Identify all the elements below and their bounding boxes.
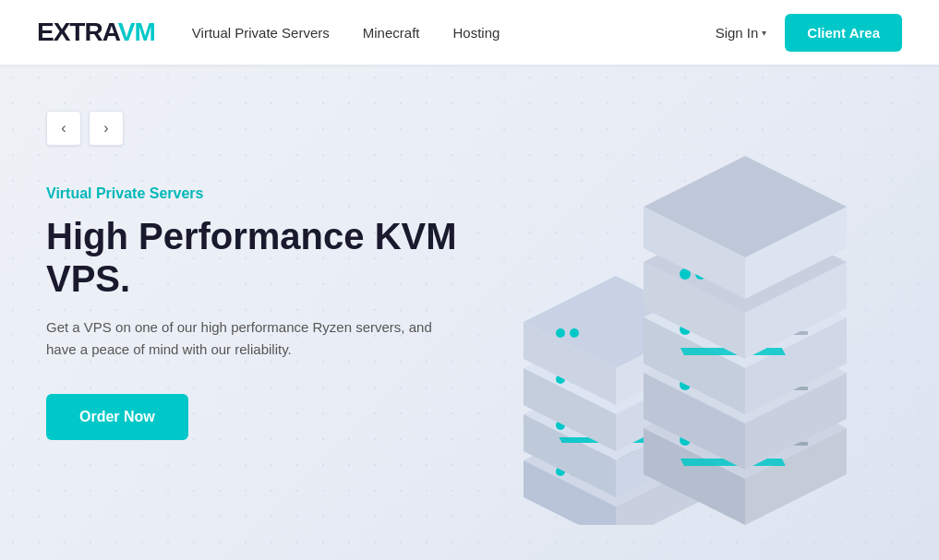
carousel-navigation: ‹ › [46,111,124,146]
server-illustration-container [496,101,921,525]
nav-right: Sign In ▾ Client Area [716,14,902,52]
hero-title: High Performance KVM VPS. [46,215,489,300]
nav-links: Virtual Private Servers Minecraft Hostin… [192,25,716,41]
hero-subtitle: Virtual Private Servers [46,185,489,202]
hero-section: ‹ › Virtual Private Servers High Perform… [0,65,939,560]
carousel-next-button[interactable]: › [89,111,124,146]
navbar: EXTRAVM Virtual Private Servers Minecraf… [0,0,939,65]
logo[interactable]: EXTRAVM [37,18,155,47]
nav-link-hosting[interactable]: Hosting [452,25,500,41]
sign-in-button[interactable]: Sign In ▾ [716,25,767,41]
carousel-prev-button[interactable]: ‹ [46,111,81,146]
nav-link-vps[interactable]: Virtual Private Servers [192,25,330,41]
hero-description: Get a VPS on one of our high performance… [46,316,443,361]
hero-content: Virtual Private Servers High Performance… [46,185,489,440]
logo-text: EXTRAVM [37,18,155,47]
logo-accent: VM [118,18,155,46]
chevron-down-icon: ▾ [762,28,766,38]
svg-point-27 [556,328,565,338]
order-now-button[interactable]: Order Now [46,394,188,440]
client-area-button[interactable]: Client Area [785,14,902,52]
sign-in-label: Sign In [716,25,759,41]
nav-link-minecraft[interactable]: Minecraft [363,25,420,41]
svg-point-28 [570,328,579,338]
server-illustration [496,101,921,525]
logo-main: EXTRA [37,18,118,46]
